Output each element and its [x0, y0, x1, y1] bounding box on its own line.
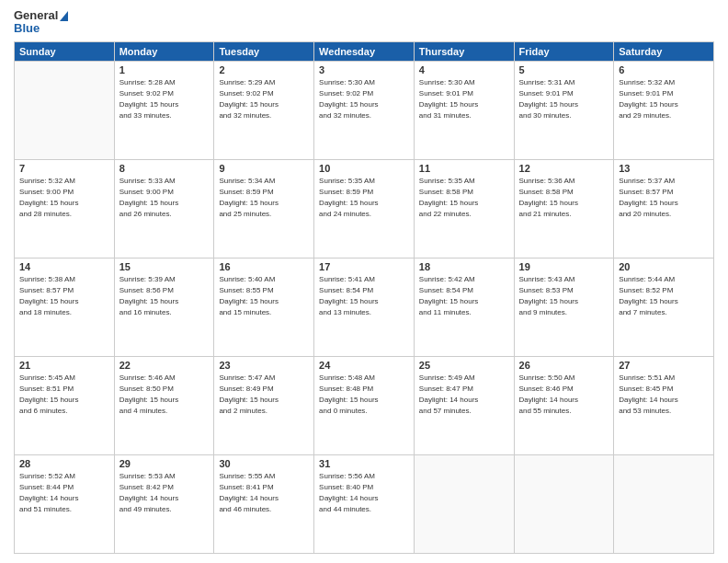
day-number: 30 — [219, 458, 309, 469]
day-number: 5 — [519, 64, 609, 75]
calendar-cell: 27Sunrise: 5:51 AM Sunset: 8:45 PM Dayli… — [614, 356, 714, 454]
calendar-cell: 29Sunrise: 5:53 AM Sunset: 8:42 PM Dayli… — [114, 454, 214, 553]
day-info: Sunrise: 5:50 AM Sunset: 8:46 PM Dayligh… — [519, 373, 609, 417]
header: General Blue — [14, 9, 714, 36]
calendar-cell: 24Sunrise: 5:48 AM Sunset: 8:48 PM Dayli… — [314, 356, 415, 454]
calendar-cell: 17Sunrise: 5:41 AM Sunset: 8:54 PM Dayli… — [314, 258, 415, 356]
col-header-thursday: Thursday — [414, 41, 514, 61]
calendar-cell: 11Sunrise: 5:35 AM Sunset: 8:58 PM Dayli… — [414, 159, 514, 258]
day-info: Sunrise: 5:49 AM Sunset: 8:47 PM Dayligh… — [419, 373, 509, 417]
logo-general: General — [14, 9, 68, 22]
calendar-cell: 26Sunrise: 5:50 AM Sunset: 8:46 PM Dayli… — [514, 356, 614, 454]
calendar-cell: 8Sunrise: 5:33 AM Sunset: 9:00 PM Daylig… — [114, 159, 214, 258]
day-info: Sunrise: 5:29 AM Sunset: 9:02 PM Dayligh… — [219, 77, 309, 121]
day-info: Sunrise: 5:32 AM Sunset: 9:01 PM Dayligh… — [619, 77, 709, 121]
day-number: 2 — [219, 64, 309, 75]
calendar-cell — [15, 61, 115, 159]
day-info: Sunrise: 5:35 AM Sunset: 8:58 PM Dayligh… — [419, 176, 509, 220]
day-number: 10 — [319, 163, 409, 174]
day-info: Sunrise: 5:36 AM Sunset: 8:58 PM Dayligh… — [519, 176, 609, 220]
week-row-1: 1Sunrise: 5:28 AM Sunset: 9:02 PM Daylig… — [15, 61, 714, 159]
day-info: Sunrise: 5:35 AM Sunset: 8:59 PM Dayligh… — [319, 176, 409, 220]
day-number: 27 — [619, 360, 709, 371]
week-row-3: 14Sunrise: 5:38 AM Sunset: 8:57 PM Dayli… — [15, 258, 714, 356]
col-header-wednesday: Wednesday — [314, 41, 415, 61]
calendar-cell: 1Sunrise: 5:28 AM Sunset: 9:02 PM Daylig… — [114, 61, 214, 159]
day-number: 7 — [19, 163, 109, 174]
calendar-cell: 22Sunrise: 5:46 AM Sunset: 8:50 PM Dayli… — [114, 356, 214, 454]
day-info: Sunrise: 5:47 AM Sunset: 8:49 PM Dayligh… — [219, 373, 309, 417]
day-number: 14 — [19, 261, 109, 272]
calendar-table: SundayMondayTuesdayWednesdayThursdayFrid… — [14, 41, 714, 554]
day-number: 4 — [419, 64, 509, 75]
calendar-cell: 10Sunrise: 5:35 AM Sunset: 8:59 PM Dayli… — [314, 159, 415, 258]
day-number: 16 — [219, 261, 309, 272]
day-info: Sunrise: 5:34 AM Sunset: 8:59 PM Dayligh… — [219, 176, 309, 220]
calendar-cell — [414, 454, 514, 553]
day-number: 12 — [519, 163, 609, 174]
day-info: Sunrise: 5:45 AM Sunset: 8:51 PM Dayligh… — [19, 373, 109, 417]
calendar-cell: 13Sunrise: 5:37 AM Sunset: 8:57 PM Dayli… — [614, 159, 714, 258]
calendar-cell: 19Sunrise: 5:43 AM Sunset: 8:53 PM Dayli… — [514, 258, 614, 356]
col-header-tuesday: Tuesday — [214, 41, 314, 61]
logo-text: General Blue — [14, 9, 68, 36]
day-number: 3 — [319, 64, 409, 75]
day-number: 24 — [319, 360, 409, 371]
day-info: Sunrise: 5:30 AM Sunset: 9:02 PM Dayligh… — [319, 77, 409, 121]
day-info: Sunrise: 5:43 AM Sunset: 8:53 PM Dayligh… — [519, 274, 609, 318]
calendar-cell: 12Sunrise: 5:36 AM Sunset: 8:58 PM Dayli… — [514, 159, 614, 258]
calendar-cell: 31Sunrise: 5:56 AM Sunset: 8:40 PM Dayli… — [314, 454, 415, 553]
day-number: 29 — [119, 458, 210, 469]
day-info: Sunrise: 5:33 AM Sunset: 9:00 PM Dayligh… — [119, 176, 210, 220]
calendar-cell: 2Sunrise: 5:29 AM Sunset: 9:02 PM Daylig… — [214, 61, 314, 159]
day-number: 25 — [419, 360, 509, 371]
day-number: 26 — [519, 360, 609, 371]
day-info: Sunrise: 5:37 AM Sunset: 8:57 PM Dayligh… — [619, 176, 709, 220]
calendar-cell: 3Sunrise: 5:30 AM Sunset: 9:02 PM Daylig… — [314, 61, 415, 159]
week-row-5: 28Sunrise: 5:52 AM Sunset: 8:44 PM Dayli… — [15, 454, 714, 553]
calendar-cell — [614, 454, 714, 553]
day-number: 18 — [419, 261, 509, 272]
calendar-cell: 20Sunrise: 5:44 AM Sunset: 8:52 PM Dayli… — [614, 258, 714, 356]
calendar-cell: 16Sunrise: 5:40 AM Sunset: 8:55 PM Dayli… — [214, 258, 314, 356]
day-number: 8 — [119, 163, 210, 174]
day-info: Sunrise: 5:30 AM Sunset: 9:01 PM Dayligh… — [419, 77, 509, 121]
day-info: Sunrise: 5:53 AM Sunset: 8:42 PM Dayligh… — [119, 471, 210, 515]
day-info: Sunrise: 5:28 AM Sunset: 9:02 PM Dayligh… — [119, 77, 210, 121]
day-info: Sunrise: 5:46 AM Sunset: 8:50 PM Dayligh… — [119, 373, 210, 417]
day-number: 17 — [319, 261, 409, 272]
day-number: 22 — [119, 360, 210, 371]
week-row-4: 21Sunrise: 5:45 AM Sunset: 8:51 PM Dayli… — [15, 356, 714, 454]
day-number: 11 — [419, 163, 509, 174]
day-number: 21 — [19, 360, 109, 371]
day-info: Sunrise: 5:56 AM Sunset: 8:40 PM Dayligh… — [319, 471, 409, 515]
calendar-cell: 5Sunrise: 5:31 AM Sunset: 9:01 PM Daylig… — [514, 61, 614, 159]
calendar-cell: 7Sunrise: 5:32 AM Sunset: 9:00 PM Daylig… — [15, 159, 115, 258]
calendar-cell: 25Sunrise: 5:49 AM Sunset: 8:47 PM Dayli… — [414, 356, 514, 454]
day-number: 9 — [219, 163, 309, 174]
calendar-cell: 30Sunrise: 5:55 AM Sunset: 8:41 PM Dayli… — [214, 454, 314, 553]
calendar-cell: 15Sunrise: 5:39 AM Sunset: 8:56 PM Dayli… — [114, 258, 214, 356]
day-number: 31 — [319, 458, 409, 469]
day-number: 20 — [619, 261, 709, 272]
day-info: Sunrise: 5:31 AM Sunset: 9:01 PM Dayligh… — [519, 77, 609, 121]
day-info: Sunrise: 5:39 AM Sunset: 8:56 PM Dayligh… — [119, 274, 210, 318]
calendar-cell — [514, 454, 614, 553]
col-header-saturday: Saturday — [614, 41, 714, 61]
calendar-cell: 9Sunrise: 5:34 AM Sunset: 8:59 PM Daylig… — [214, 159, 314, 258]
day-info: Sunrise: 5:48 AM Sunset: 8:48 PM Dayligh… — [319, 373, 409, 417]
calendar-cell: 14Sunrise: 5:38 AM Sunset: 8:57 PM Dayli… — [15, 258, 115, 356]
day-number: 19 — [519, 261, 609, 272]
day-number: 23 — [219, 360, 309, 371]
calendar-page: General Blue SundayMondayTuesdayWednesda… — [0, 0, 728, 563]
calendar-cell: 18Sunrise: 5:42 AM Sunset: 8:54 PM Dayli… — [414, 258, 514, 356]
calendar-cell: 21Sunrise: 5:45 AM Sunset: 8:51 PM Dayli… — [15, 356, 115, 454]
calendar-cell: 4Sunrise: 5:30 AM Sunset: 9:01 PM Daylig… — [414, 61, 514, 159]
day-info: Sunrise: 5:42 AM Sunset: 8:54 PM Dayligh… — [419, 274, 509, 318]
col-header-friday: Friday — [514, 41, 614, 61]
header-row: SundayMondayTuesdayWednesdayThursdayFrid… — [15, 41, 714, 61]
col-header-monday: Monday — [114, 41, 214, 61]
logo-blue: Blue — [14, 22, 68, 35]
day-info: Sunrise: 5:38 AM Sunset: 8:57 PM Dayligh… — [19, 274, 109, 318]
calendar-cell: 28Sunrise: 5:52 AM Sunset: 8:44 PM Dayli… — [15, 454, 115, 553]
